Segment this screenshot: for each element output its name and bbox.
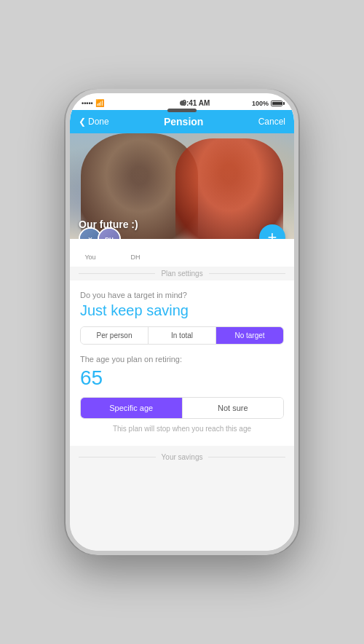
- nav-title: Pension: [164, 116, 203, 127]
- your-savings-divider: Your savings: [70, 449, 294, 466]
- retire-age-value: 65: [80, 366, 284, 390]
- your-savings-label: Your savings: [156, 453, 209, 461]
- speaker-bar: [167, 109, 197, 112]
- hero-image-inner: Our future :): [70, 133, 294, 239]
- divider-line-left: [79, 273, 155, 274]
- saving-value: Just keep saving: [80, 302, 284, 319]
- back-button[interactable]: ❮ Done: [79, 117, 109, 127]
- avatar-dh-face: DH: [99, 229, 119, 239]
- battery-status: 100%: [252, 100, 282, 107]
- chevron-left-icon: ❮: [79, 117, 86, 127]
- speaker-area: [167, 101, 197, 112]
- battery-fill: [272, 102, 282, 105]
- hero-image: Our future :) Y DH +: [70, 133, 294, 239]
- avatar-names-row: You DH: [70, 239, 294, 267]
- battery-icon: [271, 101, 282, 106]
- per-person-button[interactable]: Per person: [81, 327, 149, 344]
- target-question: Do you have a target in mind?: [80, 291, 284, 299]
- settings-card: Do you have a target in mind? Just keep …: [70, 280, 294, 446]
- avatar-you-label: You: [79, 254, 102, 261]
- plan-settings-divider: Plan settings: [70, 270, 294, 278]
- age-toggle-group: Specific age Not sure: [80, 397, 284, 419]
- age-hint: This plan will stop when you reach this …: [80, 425, 284, 433]
- not-sure-button[interactable]: Not sure: [183, 398, 284, 418]
- savings-divider-right: [208, 457, 285, 458]
- signal-strength: ••••• 📶: [82, 99, 104, 107]
- target-toggle-group: Per person In total No target: [80, 326, 284, 345]
- in-total-button[interactable]: In total: [149, 327, 216, 344]
- phone-frame: ••••• 📶 9:41 AM 100% ❮ Done Pension Canc…: [66, 89, 298, 555]
- no-target-button[interactable]: No target: [216, 327, 283, 344]
- person-right: [175, 138, 283, 239]
- camera-dot: [180, 101, 185, 106]
- specific-age-button[interactable]: Specific age: [81, 398, 183, 418]
- savings-divider-left: [79, 457, 156, 458]
- retire-question: The age you plan on retiring:: [80, 355, 284, 364]
- avatar-dh-label: DH: [124, 254, 147, 261]
- wifi-icon: 📶: [95, 99, 104, 107]
- divider-line-right: [209, 273, 285, 274]
- phone-screen: ••••• 📶 9:41 AM 100% ❮ Done Pension Canc…: [70, 93, 294, 551]
- avatars-row: Y DH: [79, 227, 116, 239]
- navigation-bar: ❮ Done Pension Cancel: [70, 110, 294, 133]
- cancel-button[interactable]: Cancel: [258, 117, 285, 127]
- plan-settings-label: Plan settings: [155, 270, 208, 278]
- hero-image-container: Our future :) Y DH +: [70, 133, 294, 267]
- status-bar: ••••• 📶 9:41 AM 100%: [70, 93, 294, 110]
- main-content: Our future :) Y DH +: [70, 133, 294, 551]
